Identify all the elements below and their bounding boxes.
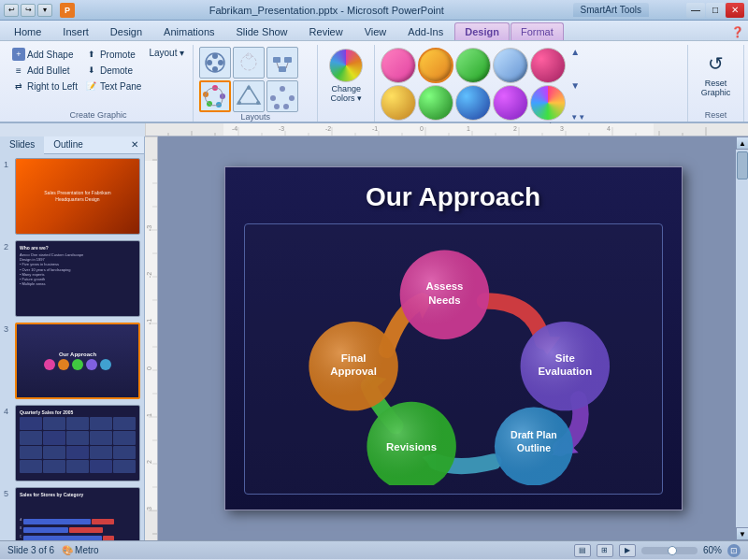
help-icon[interactable]: ❓ — [727, 24, 748, 40]
redo-btn[interactable]: ↪ — [21, 4, 36, 17]
vertical-ruler: -3 -2 -1 0 1 2 3 — [145, 136, 158, 540]
slide-item-1[interactable]: 1 Sales Presentation for FabrikamHeadqua… — [4, 158, 140, 235]
smartart-diagram[interactable]: Assess Needs Site Evaluation Draft Plan … — [244, 223, 663, 495]
layout-button[interactable]: Layout ▾ — [146, 47, 187, 59]
svg-text:Needs: Needs — [428, 294, 460, 306]
slide4-table — [20, 417, 136, 473]
tab-addins[interactable]: Add-Ins — [397, 22, 453, 40]
tab-smartart-format[interactable]: Format — [511, 22, 564, 40]
style-ball-10[interactable] — [530, 85, 566, 121]
tab-design[interactable]: Design — [100, 22, 152, 40]
styles-more[interactable]: ▼▼ — [569, 113, 586, 122]
tab-outline[interactable]: Outline — [44, 136, 93, 153]
svg-point-24 — [274, 104, 280, 109]
slide-preview-3[interactable]: Our Approach — [15, 323, 140, 399]
style-ball-8[interactable] — [455, 85, 491, 121]
scroll-thumb[interactable] — [737, 151, 748, 179]
tab-view[interactable]: View — [354, 22, 397, 40]
slide-item-3[interactable]: 3 Our Approach — [4, 323, 140, 399]
reset-graphic-button[interactable]: ↺ ResetGraphic — [698, 47, 735, 99]
promote-button[interactable]: ⬆ Promote — [82, 47, 144, 62]
zoom-thumb[interactable] — [668, 546, 677, 555]
svg-text:Outline: Outline — [516, 442, 550, 453]
slide-preview-5[interactable]: Sales for Stores by Category A B C D — [15, 487, 140, 540]
layout-thumb-5[interactable] — [233, 80, 265, 112]
slide2-bg: Who are we? Aeroo One started Custom Lan… — [16, 241, 139, 316]
normal-view-btn[interactable]: ▤ — [574, 544, 591, 557]
style-ball-2[interactable] — [418, 48, 453, 83]
slide-number-5: 5 — [4, 489, 15, 498]
style-ball-6[interactable] — [381, 85, 416, 121]
svg-text:Evaluation: Evaluation — [538, 366, 592, 377]
quick-access-toolbar[interactable]: ↩ ↪ ▾ — [4, 4, 52, 17]
slide-item-4[interactable]: 4 Quarterly Sales for 2005 — [4, 405, 140, 481]
tab-smartart-design[interactable]: Design — [454, 22, 510, 40]
slide-number-2: 2 — [4, 242, 15, 251]
close-button[interactable]: ✕ — [726, 3, 744, 18]
slide-preview-1[interactable]: Sales Presentation for FabrikamHeadquart… — [15, 158, 140, 235]
layout-thumb-4[interactable] — [199, 80, 231, 112]
slideshow-btn[interactable]: ▶ — [619, 544, 636, 557]
right-to-left-button[interactable]: ⇄ Right to Left — [9, 79, 80, 93]
slide3-circle-4 — [86, 359, 97, 370]
style-ball-4[interactable] — [493, 48, 528, 83]
scroll-up-btn[interactable]: ▲ — [736, 136, 748, 150]
tab-slides[interactable]: Slides — [0, 136, 44, 154]
svg-point-6 — [246, 53, 252, 59]
style-ball-5[interactable] — [530, 48, 566, 83]
styles-scroll-up[interactable]: ▲ — [569, 47, 586, 57]
slides-panel-close[interactable]: ✕ — [125, 136, 144, 153]
style-ball-3[interactable] — [455, 48, 491, 83]
tab-home[interactable]: Home — [4, 22, 51, 40]
tab-slideshow[interactable]: Slide Show — [226, 22, 298, 40]
styles-rows — [381, 48, 566, 121]
svg-point-19 — [256, 101, 260, 105]
layout-thumb-1[interactable] — [199, 47, 231, 79]
save-btn[interactable]: ▾ — [37, 4, 52, 17]
scroll-track — [736, 150, 748, 527]
styles-scroll-area: ▲ ▼ ▼▼ — [381, 47, 586, 122]
layout-grid — [199, 47, 311, 112]
reset-group-label: Reset — [705, 110, 727, 122]
style-ball-9[interactable] — [493, 85, 528, 121]
layouts-content — [199, 45, 311, 112]
maximize-button[interactable]: □ — [706, 3, 725, 18]
slides-list: 1 Sales Presentation for FabrikamHeadqua… — [0, 154, 144, 540]
slide-preview-4[interactable]: Quarterly Sales for 2005 — [15, 405, 140, 481]
change-colors-button[interactable]: ChangeColors ▾ — [324, 47, 368, 105]
reset-label: ResetGraphic — [701, 79, 731, 97]
zoom-slider[interactable] — [641, 547, 698, 554]
add-bullet-button[interactable]: ≡ Add Bullet — [9, 63, 80, 78]
minimize-button[interactable]: — — [686, 3, 705, 18]
slide-preview-2[interactable]: Who are we? Aeroo One started Custom Lan… — [15, 240, 140, 317]
slide1-bg: Sales Presentation for FabrikamHeadquart… — [16, 159, 139, 234]
scroll-down-btn[interactable]: ▼ — [736, 527, 748, 540]
style-ball-1[interactable] — [381, 48, 416, 83]
app-icon: P — [60, 3, 75, 18]
layout-thumb-6[interactable] — [266, 80, 298, 112]
slide-main-title: Our Approach — [225, 167, 682, 212]
demote-button[interactable]: ⬇ Demote — [82, 63, 144, 78]
layout-thumb-2[interactable] — [233, 47, 265, 79]
text-pane-button[interactable]: 📝 Text Pane — [82, 79, 144, 93]
tab-review[interactable]: Review — [299, 22, 353, 40]
slide-item-2[interactable]: 2 Who are we? Aeroo One started Custom L… — [4, 240, 140, 317]
ribbon: + Add Shape ≡ Add Bullet ⇄ Right to Left… — [0, 41, 748, 123]
tab-animations[interactable]: Animations — [153, 22, 224, 40]
slide3-circle-1 — [44, 359, 55, 370]
slide2-title: Who are we? — [20, 245, 136, 251]
ribbon-group-change-colors: ChangeColors ▾ — [318, 45, 375, 122]
styles-scroll-down[interactable]: ▼ — [569, 80, 586, 91]
tab-insert[interactable]: Insert — [52, 22, 99, 40]
window-controls[interactable]: — □ ✕ — [686, 3, 744, 18]
add-shape-button[interactable]: + Add Shape — [9, 47, 80, 62]
layout-thumb-3[interactable] — [266, 47, 298, 79]
slide-item-5[interactable]: 5 Sales for Stores by Category A B C D — [4, 487, 140, 540]
fit-to-window-btn[interactable]: ⊡ — [727, 544, 741, 557]
undo-btn[interactable]: ↩ — [4, 4, 19, 17]
ribbon-group-reset: ↺ ResetGraphic Reset — [688, 45, 744, 122]
style-ball-7[interactable] — [418, 85, 453, 121]
slide-main[interactable]: Our Approach — [224, 166, 683, 510]
slide-sorter-btn[interactable]: ⊞ — [597, 544, 613, 557]
svg-point-20 — [237, 101, 241, 105]
